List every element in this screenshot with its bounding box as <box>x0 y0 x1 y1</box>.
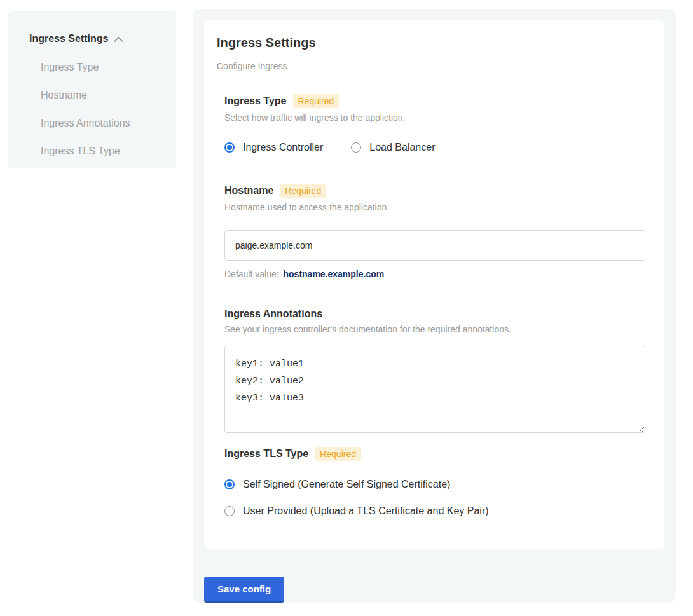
ingress-type-radio-group: Ingress Controller Load Balancer <box>224 142 645 153</box>
radio-self-signed[interactable] <box>224 479 235 489</box>
radio-load-balancer[interactable] <box>351 142 361 153</box>
sidebar-group-label: Ingress Settings <box>29 33 108 44</box>
radio-label-load-balancer: Load Balancer <box>369 142 435 153</box>
hostname-input[interactable] <box>224 230 645 261</box>
hostname-heading-row: Hostname Required <box>224 184 645 198</box>
hostname-default-line: Default value: hostname.example.com <box>224 269 645 279</box>
radio-label-ingress-controller: Ingress Controller <box>243 142 323 153</box>
required-badge: Required <box>315 447 361 461</box>
hostname-default-value: hostname.example.com <box>284 269 385 279</box>
config-group-subtitle: Configure Ingress <box>217 61 652 71</box>
save-config-button[interactable]: Save config <box>204 577 284 601</box>
radio-label-self-signed: Self Signed (Generate Self Signed Certif… <box>243 479 450 490</box>
section-ingress-type: Ingress Type Required Select how traffic… <box>224 94 645 153</box>
chevron-up-icon <box>114 34 123 45</box>
sidebar-item-hostname[interactable]: Hostname <box>41 90 163 101</box>
hostname-help: Hostname used to access the application. <box>224 202 645 212</box>
tls-radio-group: Self Signed (Generate Self Signed Certif… <box>224 479 645 517</box>
section-hostname: Hostname Required Hostname used to acces… <box>224 184 645 279</box>
config-panel: Ingress Settings Configure Ingress Ingre… <box>193 9 676 603</box>
hostname-default-prefix: Default value: <box>224 269 279 279</box>
radio-option-ingress-controller[interactable]: Ingress Controller <box>224 142 323 153</box>
tls-heading-row: Ingress TLS Type Required <box>224 447 645 461</box>
ingress-type-label: Ingress Type <box>224 95 287 107</box>
annotations-textarea[interactable]: key1: value1 key2: value2 key3: value3 <box>224 346 645 433</box>
sidebar-group-ingress-settings[interactable]: Ingress Settings <box>29 32 163 45</box>
hostname-label: Hostname <box>224 185 273 196</box>
config-card: Ingress Settings Configure Ingress Ingre… <box>204 20 664 549</box>
required-badge: Required <box>293 94 340 108</box>
radio-option-user-provided[interactable]: User Provided (Upload a TLS Certificate … <box>224 505 645 517</box>
radio-user-provided[interactable] <box>224 506 235 516</box>
radio-label-user-provided: User Provided (Upload a TLS Certificate … <box>243 505 489 517</box>
annotations-help: See your ingress controller's documentat… <box>224 324 645 334</box>
section-ingress-annotations: Ingress Annotations See your ingress con… <box>224 308 645 433</box>
annotations-heading-row: Ingress Annotations <box>224 308 645 320</box>
page: { "colors": { "panel_bg": "#f4f7f8", "ca… <box>0 0 693 616</box>
required-badge: Required <box>280 184 326 198</box>
radio-option-load-balancer[interactable]: Load Balancer <box>351 142 435 153</box>
section-ingress-tls-type: Ingress TLS Type Required Self Signed (G… <box>224 447 645 517</box>
radio-option-self-signed[interactable]: Self Signed (Generate Self Signed Certif… <box>224 479 645 490</box>
tls-type-label: Ingress TLS Type <box>224 448 308 460</box>
radio-ingress-controller[interactable] <box>224 142 235 153</box>
sidebar-item-ingress-type[interactable]: Ingress Type <box>41 62 163 73</box>
config-sidebar: Ingress Settings Ingress Type Hostname I… <box>8 11 176 168</box>
ingress-type-help: Select how traffic will ingress to the a… <box>224 113 645 123</box>
ingress-type-heading-row: Ingress Type Required <box>224 94 645 108</box>
config-group-title: Ingress Settings <box>217 36 652 50</box>
annotations-label: Ingress Annotations <box>224 308 322 320</box>
sidebar-item-ingress-tls-type[interactable]: Ingress TLS Type <box>41 146 163 157</box>
sidebar-item-ingress-annotations[interactable]: Ingress Annotations <box>41 118 163 129</box>
